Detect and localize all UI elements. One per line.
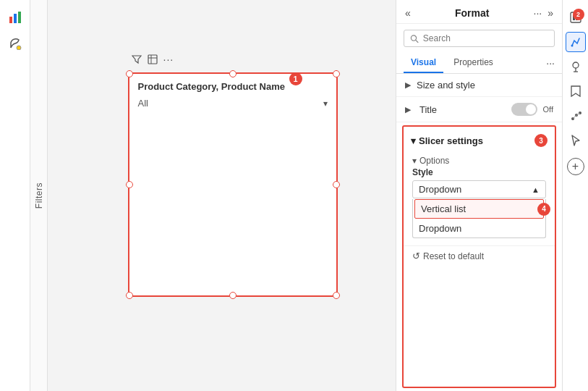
format-tabs: Visual Properties ··· xyxy=(396,53,562,74)
handle-tr[interactable] xyxy=(333,70,340,77)
badge-4: 4 xyxy=(537,203,550,216)
slicer-settings-section: ▾ Slicer settings 3 ▾ Options Style Drop… xyxy=(402,125,556,388)
slicer-settings-header[interactable]: ▾ Slicer settings 3 xyxy=(404,130,555,151)
analytics-icon-right[interactable] xyxy=(566,56,586,77)
scatter-icon-right[interactable] xyxy=(566,106,586,126)
badge-1: 1 xyxy=(289,72,302,85)
size-style-arrow: ▶ xyxy=(405,80,411,90)
tab-properties[interactable]: Properties xyxy=(446,53,500,73)
handle-bl[interactable] xyxy=(126,292,133,299)
title-label: Title xyxy=(419,104,437,115)
dropdown-value: Dropdown xyxy=(419,184,461,195)
format-title: Format xyxy=(455,7,489,19)
slicer-widget: Product Category, Product Name All ▾ xyxy=(128,72,338,297)
icon-wrapper-1: 2 xyxy=(566,7,586,28)
handle-mr[interactable] xyxy=(333,181,340,188)
expand-icon[interactable]: » xyxy=(547,7,553,19)
handle-br[interactable] xyxy=(333,292,340,299)
svg-line-19 xyxy=(573,115,576,119)
slicer-settings-arrow: ▾ xyxy=(411,135,416,146)
format-icon-right[interactable] xyxy=(566,32,586,52)
title-left: ▶ Title xyxy=(405,104,437,115)
slicer-settings-label: Slicer settings xyxy=(419,135,483,146)
size-and-style-section[interactable]: ▶ Size and style xyxy=(396,74,562,97)
more-icon[interactable]: ··· xyxy=(534,7,542,19)
svg-line-8 xyxy=(416,40,418,42)
handle-bm[interactable] xyxy=(229,292,237,299)
badge-3: 3 xyxy=(534,134,547,147)
funnel-icon xyxy=(132,54,142,64)
filters-label: Filters xyxy=(34,182,44,209)
title-arrow: ▶ xyxy=(405,105,411,114)
dropdown-arrow[interactable]: ▾ xyxy=(323,98,328,109)
reset-row[interactable]: ↺ Reset to default xyxy=(404,245,555,266)
title-section[interactable]: ▶ Title Off xyxy=(396,97,562,122)
badge-2: 2 xyxy=(573,9,584,20)
tab-visual[interactable]: Visual xyxy=(404,53,443,73)
chevron-up-icon: ▲ xyxy=(532,185,540,194)
toggle-knob xyxy=(526,104,536,114)
svg-point-13 xyxy=(573,62,579,68)
format-header-icons: ··· » xyxy=(534,7,553,19)
handle-ml[interactable] xyxy=(126,181,133,188)
reset-icon: ↺ xyxy=(412,251,420,261)
toggle-label: Off xyxy=(543,105,553,114)
tab-more-icon[interactable]: ··· xyxy=(546,57,555,69)
dropdown-item-dropdown[interactable]: Dropdown xyxy=(413,219,545,237)
collapse-icon[interactable]: « xyxy=(405,7,411,19)
style-label: Style xyxy=(412,167,546,177)
search-box xyxy=(404,30,555,47)
title-toggle-wrap: Off xyxy=(511,103,553,116)
svg-point-12 xyxy=(571,45,573,47)
size-style-label: Size and style xyxy=(417,80,475,91)
filters-panel: Filters xyxy=(30,0,48,391)
svg-rect-0 xyxy=(9,17,12,23)
canvas-inner: ··· Product Category, Product Name All ▾… xyxy=(88,43,356,348)
ellipsis-icon[interactable]: ··· xyxy=(163,54,174,65)
dropdown-item-vertical[interactable]: Vertical list 4 xyxy=(414,199,544,219)
chart-left-icon[interactable] xyxy=(4,6,27,29)
left-sidebar xyxy=(0,0,30,391)
right-panel-icons: 2 xyxy=(562,0,588,391)
options-header: ▾ Options xyxy=(412,156,546,166)
canvas-area: ··· Product Category, Product Name All ▾… xyxy=(48,0,396,391)
bookmark-icon-right[interactable] xyxy=(566,81,586,101)
reset-label: Reset to default xyxy=(423,251,484,261)
svg-point-3 xyxy=(17,46,21,50)
slicer-value-row: All ▾ xyxy=(129,95,336,112)
paint-icon[interactable] xyxy=(4,32,27,55)
svg-rect-2 xyxy=(18,12,21,23)
format-panel: « Format ··· » Visual Properties ··· ▶ S… xyxy=(396,0,562,391)
search-icon xyxy=(410,34,419,43)
svg-rect-1 xyxy=(14,14,17,23)
options-section: ▾ Options Style Dropdown ▲ Vertical list… xyxy=(404,151,555,243)
handle-tm[interactable] xyxy=(229,70,237,77)
dropdown-list: Vertical list 4 Dropdown xyxy=(412,199,546,238)
handle-tl[interactable] xyxy=(126,70,133,77)
options-arrow: ▾ xyxy=(412,156,417,166)
cursor-icon-right[interactable] xyxy=(566,130,586,151)
title-toggle[interactable] xyxy=(511,103,537,116)
slicer-toolbar: ··· xyxy=(132,54,174,65)
table-icon xyxy=(148,54,158,64)
style-dropdown[interactable]: Dropdown ▲ xyxy=(412,180,546,198)
format-header: « Format ··· » xyxy=(396,0,562,24)
add-button[interactable]: + xyxy=(567,158,584,175)
search-input[interactable] xyxy=(423,33,548,43)
slicer-value: All xyxy=(138,98,148,109)
svg-rect-4 xyxy=(148,55,157,64)
options-label: Options xyxy=(419,156,449,166)
plus-icon: + xyxy=(572,161,579,172)
